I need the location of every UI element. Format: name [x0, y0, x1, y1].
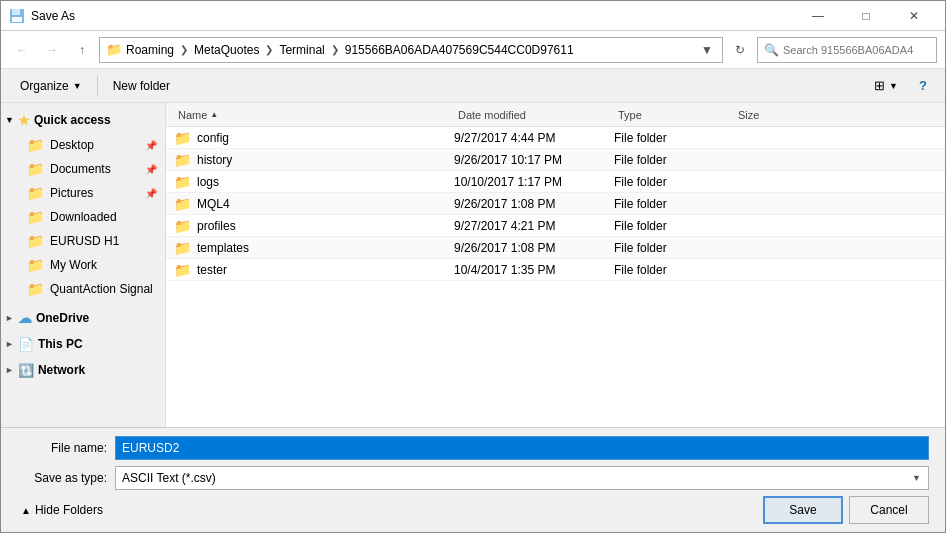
- refresh-button[interactable]: ↻: [727, 37, 753, 63]
- file-date: 10/10/2017 1:17 PM: [454, 175, 562, 189]
- sidebar-quick-access-header[interactable]: ▼ ★ Quick access: [1, 107, 165, 133]
- path-separator-3: ❯: [331, 44, 339, 55]
- sidebar-item-quantaction[interactable]: 📁 QuantAction Signal: [1, 277, 165, 301]
- view-button[interactable]: ⊞ ▼: [865, 73, 907, 99]
- address-path[interactable]: 📁 Roaming ❯ MetaQuotes ❯ Terminal ❯ 9155…: [99, 37, 723, 63]
- file-date-cell: 9/26/2017 10:17 PM: [454, 153, 614, 167]
- cloud-icon: ☁: [18, 310, 32, 326]
- close-button[interactable]: ✕: [891, 1, 937, 31]
- title-bar-left: Save As: [9, 8, 75, 24]
- file-name-cell: 📁 config: [174, 130, 454, 146]
- forward-button[interactable]: →: [39, 37, 65, 63]
- folder-icon-quantaction: 📁: [27, 281, 44, 297]
- svg-rect-2: [12, 17, 22, 22]
- bottom-section: File name: Save as type: ASCII Text (*.c…: [1, 427, 945, 532]
- file-name-cell: 📁 tester: [174, 262, 454, 278]
- sidebar-onedrive-header[interactable]: ► ☁ OneDrive: [1, 305, 165, 331]
- hide-folders-button[interactable]: ▲ Hide Folders: [17, 501, 107, 519]
- file-type-cell: File folder: [614, 153, 734, 167]
- sidebar-item-pictures[interactable]: 📁 Pictures 📌: [1, 181, 165, 205]
- file-type: File folder: [614, 175, 667, 189]
- sidebar-item-eurusdh1[interactable]: 📁 EURUSD H1: [1, 229, 165, 253]
- folder-icon-downloaded: 📁: [27, 209, 44, 225]
- cancel-button[interactable]: Cancel: [849, 496, 929, 524]
- file-date: 9/27/2017 4:44 PM: [454, 131, 555, 145]
- folder-icon: 📁: [174, 262, 191, 278]
- table-row[interactable]: 📁 MQL4 9/26/2017 1:08 PM File folder: [166, 193, 945, 215]
- table-row[interactable]: 📁 templates 9/26/2017 1:08 PM File folde…: [166, 237, 945, 259]
- pictures-label: Pictures: [50, 186, 93, 200]
- column-header-type[interactable]: Type: [614, 109, 734, 121]
- column-header-name[interactable]: Name ▲: [174, 109, 454, 121]
- search-input[interactable]: [783, 44, 913, 56]
- save-as-icon: [9, 8, 25, 24]
- file-name: profiles: [197, 219, 236, 233]
- up-button[interactable]: ↑: [69, 37, 95, 63]
- sidebar-item-desktop[interactable]: 📁 Desktop 📌: [1, 133, 165, 157]
- table-row[interactable]: 📁 profiles 9/27/2017 4:21 PM File folder: [166, 215, 945, 237]
- pin-icon-desktop: 📌: [145, 140, 157, 151]
- quantaction-label: QuantAction Signal: [50, 282, 153, 296]
- up-icon: ↑: [79, 43, 85, 57]
- collapse-arrow-onedrive: ►: [5, 313, 14, 323]
- filename-input[interactable]: [115, 436, 929, 460]
- file-date: 9/26/2017 1:08 PM: [454, 241, 555, 255]
- sidebar-quick-access-children: 📁 Desktop 📌 📁 Documents 📌 📁 Pictures 📌: [1, 133, 165, 301]
- new-folder-button[interactable]: New folder: [104, 73, 179, 99]
- folder-icon-eurusdh1: 📁: [27, 233, 44, 249]
- onedrive-label: OneDrive: [36, 311, 89, 325]
- sidebar-item-documents[interactable]: 📁 Documents 📌: [1, 157, 165, 181]
- table-row[interactable]: 📁 tester 10/4/2017 1:35 PM File folder: [166, 259, 945, 281]
- star-icon: ★: [18, 113, 30, 128]
- back-icon: ←: [16, 43, 28, 57]
- saveastype-select[interactable]: ASCII Text (*.csv): [115, 466, 929, 490]
- file-type: File folder: [614, 263, 667, 277]
- folder-icon: 📁: [174, 218, 191, 234]
- column-header-date[interactable]: Date modified: [454, 109, 614, 121]
- toolbar-separator: [97, 76, 98, 96]
- sidebar-item-downloaded[interactable]: 📁 Downloaded: [1, 205, 165, 229]
- maximize-button[interactable]: □: [843, 1, 889, 31]
- table-row[interactable]: 📁 config 9/27/2017 4:44 PM File folder: [166, 127, 945, 149]
- file-type: File folder: [614, 219, 667, 233]
- path-separator-2: ❯: [265, 44, 273, 55]
- file-list: Name ▲ Date modified Type Size 📁 config: [166, 103, 945, 427]
- folder-icon: 📁: [174, 196, 191, 212]
- collapse-arrow-thispc: ►: [5, 339, 14, 349]
- svg-rect-1: [12, 9, 20, 15]
- file-name: logs: [197, 175, 219, 189]
- main-content: ▼ ★ Quick access 📁 Desktop 📌 📁 Documents…: [1, 103, 945, 427]
- sidebar-thispc-header[interactable]: ► 📄 This PC: [1, 331, 165, 357]
- sidebar-item-mywork[interactable]: 📁 My Work: [1, 253, 165, 277]
- saveastype-wrapper: ASCII Text (*.csv): [115, 466, 929, 490]
- sort-arrow-name: ▲: [210, 110, 218, 119]
- file-date-cell: 9/26/2017 1:08 PM: [454, 241, 614, 255]
- column-header-size[interactable]: Size: [734, 109, 814, 121]
- search-box[interactable]: 🔍: [757, 37, 937, 63]
- file-name: MQL4: [197, 197, 230, 211]
- folder-icon: 📁: [174, 130, 191, 146]
- file-date-cell: 9/27/2017 4:44 PM: [454, 131, 614, 145]
- help-button[interactable]: ?: [911, 74, 935, 98]
- file-date: 9/26/2017 1:08 PM: [454, 197, 555, 211]
- sidebar: ▼ ★ Quick access 📁 Desktop 📌 📁 Documents…: [1, 103, 166, 427]
- sidebar-network-header[interactable]: ► 🔃 Network: [1, 357, 165, 383]
- help-icon: ?: [919, 78, 927, 93]
- file-type-cell: File folder: [614, 241, 734, 255]
- thispc-label: This PC: [38, 337, 83, 351]
- organize-button[interactable]: Organize ▼: [11, 73, 91, 99]
- save-button[interactable]: Save: [763, 496, 843, 524]
- minimize-button[interactable]: —: [795, 1, 841, 31]
- path-dropdown-button[interactable]: ▼: [698, 41, 716, 59]
- table-row[interactable]: 📁 history 9/26/2017 10:17 PM File folder: [166, 149, 945, 171]
- saveastype-label: Save as type:: [17, 471, 107, 485]
- table-row[interactable]: 📁 logs 10/10/2017 1:17 PM File folder: [166, 171, 945, 193]
- path-roaming: Roaming: [126, 43, 174, 57]
- file-date: 10/4/2017 1:35 PM: [454, 263, 555, 277]
- file-type: File folder: [614, 197, 667, 211]
- path-folder-icon: 📁: [106, 42, 122, 57]
- view-grid-icon: ⊞: [874, 78, 885, 93]
- toolbar: Organize ▼ New folder ⊞ ▼ ?: [1, 69, 945, 103]
- quick-access-label: Quick access: [34, 113, 111, 127]
- back-button[interactable]: ←: [9, 37, 35, 63]
